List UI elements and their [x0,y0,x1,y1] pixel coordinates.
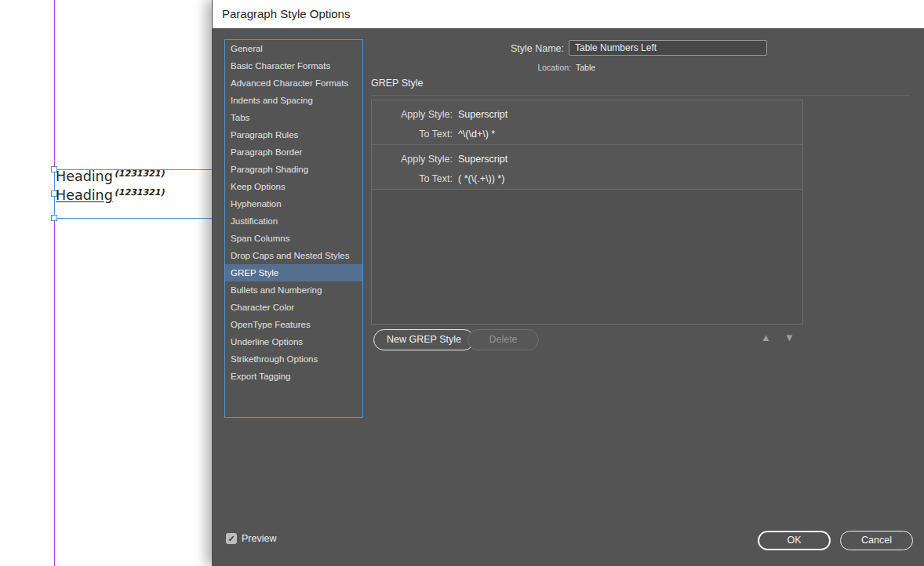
heading-text-2: Heading(1231321) [56,187,164,205]
sidebar-item-strikethrough-options[interactable]: Strikethrough Options [225,350,362,368]
text-frame-bottom-edge [54,218,212,219]
heading-superscript: (1231321) [115,187,165,198]
sidebar-item-character-color[interactable]: Character Color [225,299,362,316]
sidebar-item-paragraph-border[interactable]: Paragraph Border [225,143,362,161]
cancel-button[interactable]: Cancel [840,531,913,550]
sidebar-item-paragraph-shading[interactable]: Paragraph Shading [225,161,362,178]
location-label: Location: [471,63,571,72]
app-canvas: Heading(1231321) Heading(1231321) Paragr… [0,0,924,566]
sidebar-item-justification[interactable]: Justification [225,212,362,230]
sidebar-item-general[interactable]: General [225,40,362,57]
ok-button[interactable]: OK [758,531,831,550]
dialog-title: Paragraph Style Options [213,0,924,28]
style-category-list: General Basic Character Formats Advanced… [224,39,363,418]
sidebar-item-indents-and-spacing[interactable]: Indents and Spacing [225,92,362,109]
apply-style-value[interactable]: Superscript [458,152,507,166]
to-text-value[interactable]: ( *(\(.+\)) *) [458,172,504,186]
heading-word-underlined: Heading [56,187,113,203]
to-text-label: To Text: [372,127,453,141]
style-name-label: Style Name: [471,43,564,54]
move-rule-down-icon[interactable]: ▼ [784,332,795,343]
new-grep-style-button[interactable]: New GREP Style [373,329,475,350]
preview-checkbox[interactable]: ✓ [226,533,237,544]
sidebar-item-hyphenation[interactable]: Hyphenation [225,195,362,212]
margin-guide [54,0,55,566]
paragraph-style-options-dialog: Paragraph Style Options General Basic Ch… [212,0,924,566]
to-text-value[interactable]: ^\(\d+\) * [458,127,495,141]
heading-text-1: Heading(1231321) [56,169,164,187]
move-rule-up-icon[interactable]: ▲ [761,332,771,343]
grep-rule-row-1[interactable]: Apply Style: Superscript To Text: ^\(\d+… [372,100,802,145]
sidebar-item-bullets-and-numbering[interactable]: Bullets and Numbering [225,281,362,299]
apply-style-label: Apply Style: [372,107,453,122]
location-value: Table [576,63,595,72]
preview-label: Preview [242,533,276,544]
frame-handle-bottom-left[interactable] [51,215,57,221]
heading-superscript: (1231321) [115,169,165,179]
style-name-input[interactable] [569,40,767,56]
sidebar-item-tabs[interactable]: Tabs [225,109,362,126]
apply-style-value[interactable]: Superscript [458,107,507,122]
sidebar-item-basic-character-formats[interactable]: Basic Character Formats [225,57,362,74]
sidebar-item-underline-options[interactable]: Underline Options [225,333,362,350]
to-text-label: To Text: [372,172,453,186]
sidebar-item-grep-style[interactable]: GREP Style [225,264,362,281]
heading-word: Heading [56,169,113,184]
sidebar-item-paragraph-rules[interactable]: Paragraph Rules [225,126,362,143]
apply-style-label: Apply Style: [372,152,453,166]
sidebar-item-drop-caps-and-nested-styles[interactable]: Drop Caps and Nested Styles [225,247,362,264]
sidebar-item-opentype-features[interactable]: OpenType Features [225,316,362,333]
sidebar-item-span-columns[interactable]: Span Columns [225,230,362,247]
sidebar-item-export-tagging[interactable]: Export Tagging [225,368,362,385]
sidebar-item-keep-options[interactable]: Keep Options [225,178,362,195]
sidebar-item-advanced-character-formats[interactable]: Advanced Character Formats [225,74,362,92]
delete-button[interactable]: Delete [467,329,539,350]
grep-style-section-heading: GREP Style [371,78,423,89]
section-divider [371,95,910,96]
grep-rule-row-2[interactable]: Apply Style: Superscript To Text: ( *(\(… [372,145,802,190]
grep-rules-list: Apply Style: Superscript To Text: ^\(\d+… [371,100,803,325]
